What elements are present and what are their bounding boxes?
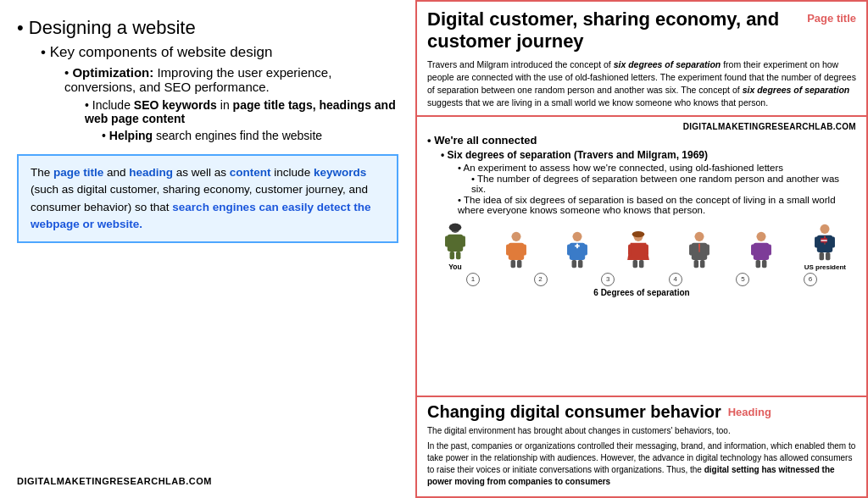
svg-rect-49: [821, 238, 827, 239]
svg-rect-43: [815, 236, 819, 247]
figure-p6: [743, 227, 779, 271]
bullet-idea-degrees: The idea of six degrees of separation is…: [458, 195, 856, 215]
svg-rect-46: [826, 252, 831, 260]
blue-page-title: page title: [53, 166, 103, 179]
arc-6: 6: [804, 273, 817, 286]
svg-rect-25: [633, 260, 638, 268]
svg-rect-1: [448, 234, 463, 251]
arc-3: 3: [601, 273, 615, 286]
right-middle-section: DIGITALMAKETINGRESEARCHLAB.COM • We're a…: [417, 117, 866, 396]
arc-circle-4: 4: [669, 273, 682, 286]
arc-circle-6: 6: [804, 273, 817, 286]
svg-rect-26: [639, 260, 644, 268]
connected-heading: • We're all connected: [427, 134, 856, 147]
svg-rect-31: [706, 244, 710, 255]
heading-designing-website: Designing a website: [17, 17, 398, 39]
figure-p5: [682, 227, 717, 271]
optimization-label: Optimization:: [72, 65, 153, 80]
figure-p4-icon: [620, 227, 656, 269]
degrees-label: 6 Degrees of separation: [593, 288, 689, 297]
svg-point-35: [756, 231, 765, 241]
figure-p3: [559, 227, 595, 271]
blue-include: include: [271, 166, 314, 179]
blue-box: The page title and heading as well as co…: [17, 154, 398, 243]
arc-1: 1: [466, 273, 480, 286]
changing-behavior-heading: Changing digital consumer behavior: [427, 402, 721, 422]
bullet-number-degrees: The number of degrees of separation betw…: [471, 174, 856, 194]
sub-heading-components: Key components of website design: [41, 44, 398, 61]
svg-rect-9: [506, 244, 510, 255]
arc-circle-5: 5: [736, 273, 749, 286]
svg-rect-36: [753, 242, 768, 259]
figure-p2: [498, 227, 534, 271]
svg-rect-30: [689, 244, 693, 255]
svg-rect-18: [578, 260, 583, 268]
svg-rect-11: [511, 260, 516, 268]
arc-circle-2: 2: [534, 273, 548, 286]
svg-rect-23: [628, 244, 632, 255]
blue-and: and: [103, 166, 129, 179]
left-content: Designing a website Key components of we…: [17, 17, 398, 468]
page-title: Digital customer, sharing economy, and c…: [427, 8, 798, 53]
arc-circle-3: 3: [601, 273, 615, 286]
right-brand: DIGITALMAKETINGRESEARCHLAB.COM: [427, 122, 856, 131]
svg-rect-5: [456, 252, 461, 259]
figures-row: You: [434, 219, 849, 271]
seo-keywords-bold: SEO keywords: [134, 98, 217, 112]
helping-bold: Helping: [109, 129, 153, 142]
arc-4: 4: [669, 273, 682, 286]
svg-point-13: [573, 231, 582, 241]
blue-keywords: keywords: [314, 166, 366, 179]
figure-p5-icon: [682, 227, 717, 269]
arc-2: 2: [534, 273, 548, 286]
bottom-para-2: In the past, companies or organizations …: [427, 440, 856, 488]
svg-rect-4: [450, 252, 455, 259]
bullet-six-degrees: Six degrees of separation (Travers and M…: [441, 149, 856, 161]
svg-rect-40: [761, 260, 766, 268]
heading-row: Changing digital consumer behavior Headi…: [427, 402, 856, 422]
svg-rect-16: [584, 244, 588, 255]
svg-rect-51: [821, 241, 827, 242]
include-text: Include: [92, 98, 134, 112]
arc-circle-1: 1: [466, 273, 480, 286]
page-title-row: Digital customer, sharing economy, and c…: [427, 8, 856, 53]
svg-rect-12: [517, 260, 522, 268]
svg-rect-10: [522, 244, 526, 255]
left-brand: DIGITALMAKETINGRESEARCHLAB.COM: [17, 476, 398, 486]
bottom-para-1: The digital environment has brought abou…: [427, 425, 856, 437]
figure-you: You: [437, 219, 473, 271]
svg-rect-2: [445, 235, 449, 246]
label-heading: Heading: [728, 406, 771, 418]
figure-you-icon: [437, 219, 473, 261]
svg-rect-39: [755, 260, 760, 268]
bullet-helping: Helping search engines find the website: [102, 129, 398, 142]
label-page-title: Page title: [807, 12, 856, 25]
svg-rect-45: [820, 252, 825, 260]
helping-text: search engines find the website: [153, 129, 322, 142]
right-bottom-section: Changing digital consumer behavior Headi…: [417, 396, 866, 496]
svg-rect-32: [694, 260, 699, 268]
svg-rect-20: [576, 243, 578, 248]
svg-rect-50: [821, 240, 827, 241]
arc-numbers-row: 1 2 3 4 5 6: [434, 273, 849, 286]
svg-rect-38: [767, 244, 771, 255]
svg-rect-37: [751, 244, 755, 255]
svg-rect-8: [509, 242, 524, 259]
figure-president: US president: [804, 219, 846, 271]
intro-paragraph: Travers and Milgram introduced the conce…: [427, 58, 856, 110]
figure-p4: [620, 227, 656, 271]
figure-president-icon: [807, 219, 843, 262]
svg-rect-24: [645, 244, 649, 255]
svg-point-6: [449, 223, 462, 230]
arc-5: 5: [736, 273, 749, 286]
svg-rect-33: [700, 260, 705, 268]
bullet-experiment: An experiment to assess how we're connec…: [458, 163, 856, 173]
svg-rect-3: [461, 235, 465, 246]
svg-point-28: [695, 231, 704, 241]
figures-section: You: [427, 219, 856, 297]
svg-point-41: [821, 224, 830, 233]
right-top-section: Digital customer, sharing economy, and c…: [417, 2, 866, 117]
svg-point-27: [632, 231, 645, 237]
svg-rect-15: [567, 244, 571, 255]
blue-heading: heading: [129, 166, 173, 179]
